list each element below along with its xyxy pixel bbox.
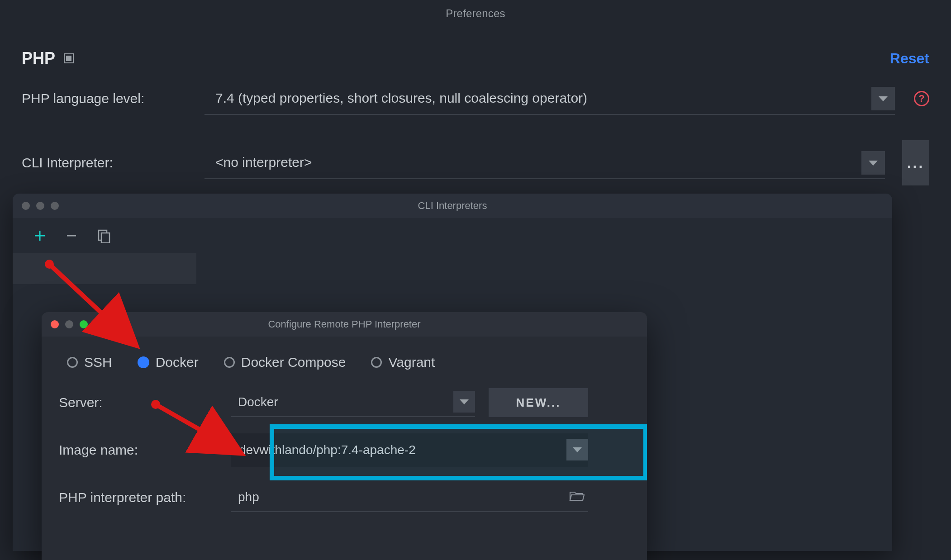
traffic-close-icon[interactable] bbox=[51, 320, 59, 328]
copy-icon bbox=[97, 228, 111, 243]
copy-interpreter-button[interactable] bbox=[97, 228, 111, 243]
traffic-zoom-icon[interactable] bbox=[80, 320, 88, 328]
configure-remote-title: Configure Remote PHP Interpreter bbox=[268, 318, 420, 330]
chevron-down-icon bbox=[879, 96, 888, 101]
help-icon[interactable]: ? bbox=[914, 91, 929, 106]
browse-path-button[interactable] bbox=[569, 489, 585, 505]
configure-remote-interpreter-window: Configure Remote PHP Interpreter SSH Doc… bbox=[42, 312, 647, 560]
php-language-level-select[interactable]: 7.4 (typed properties, short closures, n… bbox=[204, 82, 895, 115]
server-dropdown-button[interactable] bbox=[453, 391, 475, 413]
image-name-input[interactable] bbox=[238, 442, 579, 458]
traffic-minimize-icon[interactable] bbox=[36, 202, 44, 210]
cli-interpreters-toolbar bbox=[13, 218, 892, 253]
image-name-dropdown-button[interactable] bbox=[566, 439, 588, 460]
cli-interpreters-title: CLI Interpreters bbox=[418, 200, 487, 212]
radio-docker[interactable]: Docker bbox=[138, 355, 199, 370]
interpreter-path-value: php bbox=[238, 490, 259, 504]
preferences-titlebar: Preferences bbox=[0, 0, 951, 27]
folder-icon bbox=[569, 489, 585, 502]
new-server-button[interactable]: NEW... bbox=[489, 388, 588, 417]
chevron-down-icon bbox=[573, 447, 582, 452]
cli-interpreter-browse-button[interactable]: ... bbox=[902, 140, 929, 185]
plus-icon bbox=[33, 229, 46, 242]
cli-interpreters-titlebar[interactable]: CLI Interpreters bbox=[13, 194, 892, 218]
traffic-minimize-icon[interactable] bbox=[65, 320, 73, 328]
preferences-title: Preferences bbox=[446, 7, 505, 20]
image-name-field[interactable] bbox=[231, 433, 588, 467]
configure-remote-titlebar[interactable]: Configure Remote PHP Interpreter bbox=[42, 312, 647, 337]
traffic-lights[interactable] bbox=[22, 194, 59, 218]
radio-ssh[interactable]: SSH bbox=[67, 355, 112, 370]
cli-interpreter-select[interactable]: <no interpreter> bbox=[204, 147, 885, 179]
server-value: Docker bbox=[238, 395, 278, 409]
cli-interpreter-dropdown-button[interactable] bbox=[861, 151, 885, 175]
svg-rect-1 bbox=[66, 56, 71, 61]
radio-docker-compose[interactable]: Docker Compose bbox=[224, 355, 346, 370]
interpreter-type-radios: SSH Docker Docker Compose Vagrant bbox=[59, 355, 630, 370]
server-label: Server: bbox=[59, 395, 231, 410]
minus-icon bbox=[65, 229, 78, 242]
cli-interpreter-value: <no interpreter> bbox=[215, 155, 312, 170]
interpreter-path-label: PHP interpreter path: bbox=[59, 490, 231, 505]
interpreters-list[interactable] bbox=[13, 253, 196, 284]
page-title: PHP bbox=[22, 49, 55, 68]
svg-rect-6 bbox=[101, 233, 109, 243]
traffic-close-icon[interactable] bbox=[22, 202, 30, 210]
php-language-level-value: 7.4 (typed properties, short closures, n… bbox=[215, 90, 587, 106]
traffic-zoom-icon[interactable] bbox=[51, 202, 59, 210]
server-select[interactable]: Docker bbox=[231, 388, 475, 417]
interpreter-path-field[interactable]: php bbox=[231, 483, 588, 512]
reset-button[interactable]: Reset bbox=[890, 50, 929, 67]
chevron-down-icon bbox=[869, 161, 878, 166]
image-name-label: Image name: bbox=[59, 442, 231, 458]
cli-interpreter-label: CLI Interpreter: bbox=[22, 155, 194, 171]
php-language-level-dropdown-button[interactable] bbox=[871, 87, 895, 110]
add-interpreter-button[interactable] bbox=[33, 229, 46, 242]
chevron-down-icon bbox=[460, 399, 469, 404]
project-scope-icon bbox=[63, 53, 74, 64]
remove-interpreter-button[interactable] bbox=[65, 229, 78, 242]
php-language-level-label: PHP language level: bbox=[22, 91, 194, 106]
traffic-lights[interactable] bbox=[51, 312, 88, 337]
radio-vagrant[interactable]: Vagrant bbox=[371, 355, 435, 370]
